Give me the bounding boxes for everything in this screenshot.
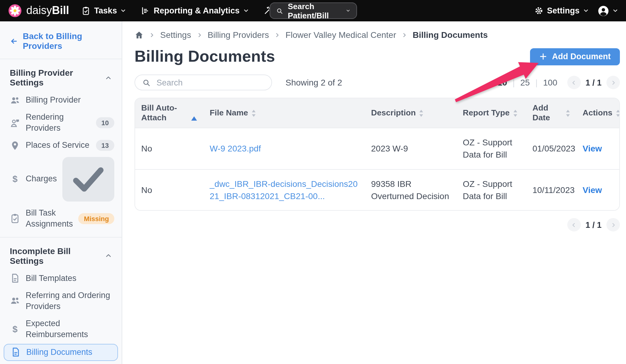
section-title: Billing Provider Settings	[10, 68, 105, 87]
report-type-value: OZ - Support Data for Bill	[463, 137, 512, 160]
prev-page-button[interactable]	[567, 76, 580, 89]
column-header-report-type[interactable]: Report Type	[457, 98, 526, 128]
arrow-left-icon	[10, 36, 18, 46]
breadcrumb-current: Billing Documents	[413, 30, 488, 40]
sidebar-item-label: Referring and Ordering Providers	[26, 290, 114, 312]
file-link[interactable]: W-9 2023.pdf	[210, 144, 261, 153]
column-header-actions[interactable]: Actions	[576, 98, 620, 128]
check-badge	[62, 157, 114, 202]
table-header-row: Bill Auto-AttachFile NameDescriptionRepo…	[135, 98, 620, 128]
patient-bill-search[interactable]: Search Patient/Bill	[270, 2, 357, 19]
view-link[interactable]: View	[583, 144, 602, 153]
clipboard-icon	[10, 213, 20, 224]
back-to-billing-providers-link[interactable]: Back to Billing Providers	[0, 21, 122, 59]
search-icon	[142, 78, 150, 86]
main-content: SettingsBilling ProvidersFlower Valley M…	[122, 21, 626, 364]
sidebar-item-billing-documents[interactable]: Billing Documents	[4, 344, 118, 361]
chevron-down-icon	[346, 8, 350, 13]
bill-auto-attach-value: No	[141, 185, 152, 195]
sidebar-item-label: Rendering Providers	[26, 112, 90, 134]
sort-both-icon	[419, 109, 424, 117]
chevron-down-icon	[121, 8, 126, 13]
daisybill-logo[interactable]: daisyBill	[8, 4, 69, 18]
doc-icon	[10, 273, 20, 284]
breadcrumb-link-flower-valley-medical-center[interactable]: Flower Valley Medical Center	[285, 30, 396, 40]
nav-item-reporting-analytics[interactable]: Reporting & Analytics	[141, 6, 249, 15]
search-input[interactable]	[155, 77, 264, 88]
sort-both-icon	[251, 109, 256, 117]
user-menu[interactable]	[597, 5, 618, 17]
report-icon	[141, 6, 150, 15]
sidebar-section-incomplete-bill-settings: Incomplete Bill SettingsBill TemplatesRe…	[0, 237, 122, 364]
doc-icon	[10, 347, 21, 358]
chevron-up-icon	[105, 74, 112, 81]
page-size-100[interactable]: 100	[543, 78, 558, 87]
report-type-value: OZ - Support Data for Bill	[463, 179, 512, 201]
breadcrumb-link-settings[interactable]: Settings	[160, 30, 191, 40]
sidebar-section-billing-provider-settings: Billing Provider SettingsBilling Provide…	[0, 59, 122, 237]
section-header-billing-provider-settings[interactable]: Billing Provider Settings	[0, 65, 122, 92]
sidebar-item-bill-task-assignments[interactable]: Bill Task AssignmentsMissing	[0, 205, 122, 233]
sidebar-item-bill-templates[interactable]: Bill Templates	[0, 270, 122, 287]
breadcrumb-link-billing-providers[interactable]: Billing Providers	[208, 30, 269, 40]
table-body: NoW-9 2023.pdf2023 W-9OZ - Support Data …	[135, 128, 620, 210]
table-row: NoW-9 2023.pdf2023 W-9OZ - Support Data …	[135, 128, 620, 169]
file-link[interactable]: _dwc_IBR_IBR-decisions_Decisions2021_IBR…	[210, 179, 358, 201]
settings-menu[interactable]: Settings	[534, 6, 589, 15]
billing-documents-table: Bill Auto-AttachFile NameDescriptionRepo…	[134, 98, 620, 211]
column-label: Description	[371, 108, 416, 118]
prev-page-button[interactable]	[567, 218, 580, 231]
column-header-description[interactable]: Description	[365, 98, 457, 128]
description-value: 2023 W-9	[371, 144, 408, 153]
column-header-add-date[interactable]: Add Date	[526, 98, 576, 128]
next-page-button[interactable]	[606, 76, 620, 89]
sidebar-sections: Billing Provider SettingsBilling Provide…	[0, 59, 122, 364]
nav-search-label: Search Patient/Bill	[288, 2, 341, 20]
section-header-incomplete-bill-settings[interactable]: Incomplete Bill Settings	[0, 243, 122, 270]
brand-name: daisyBill	[26, 4, 69, 17]
pagination-bottom-wrap: 1 / 1	[134, 218, 620, 231]
next-page-button[interactable]	[606, 218, 620, 231]
chevron-right-icon	[402, 32, 407, 38]
add-document-label: Add Document	[552, 52, 611, 61]
check-icon	[68, 159, 108, 199]
nav-item-label: Reporting & Analytics	[154, 6, 240, 15]
page-title: Billing Documents	[134, 47, 275, 66]
column-header-file-name[interactable]: File Name	[204, 98, 365, 128]
section-title: Incomplete Bill Settings	[10, 246, 105, 266]
view-link[interactable]: View	[583, 185, 602, 195]
user-avatar-icon	[597, 5, 609, 17]
settings-label: Settings	[547, 6, 580, 15]
home-icon[interactable]	[134, 30, 144, 39]
chevron-right-icon	[149, 32, 155, 38]
description-value: 99358 IBR Overturned Decision	[371, 179, 449, 201]
sort-both-icon	[616, 109, 620, 117]
page-size-25[interactable]: 25	[520, 78, 530, 87]
sidebar-item-charges[interactable]: $Charges	[0, 154, 122, 205]
chevron-down-icon	[583, 8, 589, 13]
nav-item-tasks[interactable]: Tasks	[81, 6, 126, 15]
sidebar-item-rendering-providers[interactable]: Rendering Providers10	[0, 109, 122, 137]
pin-icon	[10, 140, 20, 151]
page-size-10[interactable]: 10	[498, 78, 507, 87]
sidebar-item-referring-and-ordering-providers[interactable]: Referring and Ordering Providers	[0, 287, 122, 315]
sidebar-item-label: Charges	[26, 174, 57, 185]
clipboard-icon	[81, 6, 90, 15]
gear-icon	[534, 6, 543, 15]
chevron-up-icon	[105, 253, 112, 259]
sidebar-item-label: Bill Templates	[26, 273, 76, 284]
search-icon	[276, 6, 283, 15]
chevron-right-icon	[610, 222, 616, 228]
sidebar-item-expected-reimbursements[interactable]: $Expected Reimbursements	[0, 315, 122, 343]
sidebar-item-billing-provider[interactable]: Billing Provider	[0, 92, 122, 109]
add-document-button[interactable]: Add Document	[530, 48, 620, 65]
page-size-selector: 10|25|100	[498, 78, 558, 87]
dollar-icon: $	[10, 174, 20, 184]
sidebar-item-places-of-service[interactable]: Places of Service13	[0, 137, 122, 154]
users-icon	[10, 296, 20, 306]
column-header-bill-auto-attach[interactable]: Bill Auto-Attach	[135, 98, 204, 128]
nav-right: Settings	[534, 5, 618, 17]
missing-badge: Missing	[79, 213, 115, 224]
column-label: File Name	[210, 108, 248, 118]
sidebar-item-box-19-reasons[interactable]: Box 19 Reasons	[0, 362, 122, 364]
